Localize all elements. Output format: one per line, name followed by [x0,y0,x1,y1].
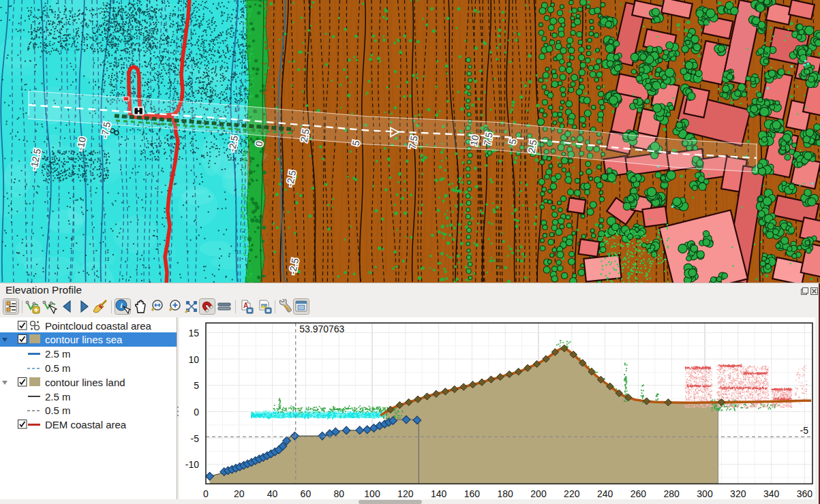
svg-text:53.970763: 53.970763 [299,324,344,334]
svg-text:180: 180 [498,488,514,499]
svg-text:100: 100 [364,488,380,499]
svg-text:120: 120 [397,488,414,499]
svg-text:300: 300 [697,488,713,499]
svg-text:220: 220 [564,488,580,499]
svg-text:360: 360 [797,488,813,499]
svg-text:10: 10 [188,354,199,365]
svg-text:260: 260 [631,488,647,499]
svg-text:280: 280 [664,488,680,499]
svg-text:-10: -10 [185,459,199,470]
svg-text:5: 5 [194,380,199,391]
svg-text:140: 140 [431,488,447,499]
svg-text:40: 40 [267,488,278,499]
svg-text:-5: -5 [191,433,200,444]
svg-text:160: 160 [464,488,481,499]
svg-text:15: 15 [188,328,199,338]
svg-text:-5: -5 [800,425,809,436]
svg-text:0: 0 [194,407,199,418]
svg-text:10: 10 [468,134,481,147]
svg-text:0: 0 [203,488,209,499]
svg-text:60: 60 [301,488,312,499]
svg-text:80: 80 [333,488,344,499]
svg-text:340: 340 [763,488,780,499]
svg-text:240: 240 [597,488,613,499]
svg-text:200: 200 [530,488,547,499]
svg-text:320: 320 [730,488,746,499]
svg-text:20: 20 [234,488,245,499]
